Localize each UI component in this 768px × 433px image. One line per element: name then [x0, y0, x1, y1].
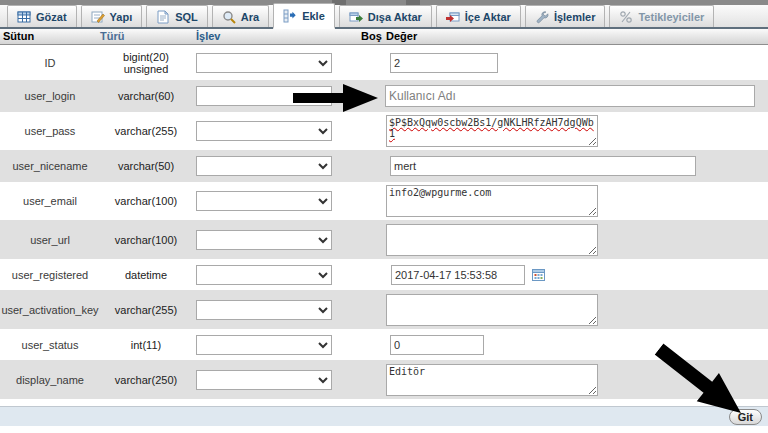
row-user-activation-key: user_activation_key varchar(255): [0, 290, 768, 329]
tab-label: Ekle: [302, 10, 325, 22]
browse-table-icon: [17, 10, 31, 24]
header-value: Değer: [386, 30, 417, 42]
calendar-icon[interactable]: [532, 268, 545, 281]
callout-arrow-user-login: [293, 83, 379, 113]
structure-icon: [91, 10, 105, 24]
column-type: varchar(100): [100, 234, 192, 246]
column-type: varchar(255): [100, 304, 192, 316]
function-select-user-nicename[interactable]: [196, 156, 332, 176]
row-user-url: user_url varchar(100): [0, 220, 768, 259]
tab-bar: Gözat Yapı SQL Ara Ekle Dışa Aktar İçe A…: [0, 5, 768, 29]
tab-search[interactable]: Ara: [212, 5, 269, 27]
row-id: ID bigint(20) unsigned: [0, 45, 768, 80]
tab-label: Ara: [241, 11, 259, 23]
value-input-user-registered[interactable]: [391, 265, 525, 285]
triggers-icon: [619, 10, 633, 24]
row-user-registered: user_registered datetime: [0, 259, 768, 290]
column-type: bigint(20) unsigned: [100, 51, 192, 75]
search-icon: [222, 10, 236, 24]
tab-import[interactable]: İçe Aktar: [436, 5, 521, 27]
row-user-pass: user_pass varchar(255): [0, 112, 768, 150]
tab-label: İçe Aktar: [465, 11, 511, 23]
column-name: user_activation_key: [0, 304, 100, 316]
phpmyadmin-insert-page: Gözat Yapı SQL Ara Ekle Dışa Aktar İçe A…: [0, 0, 768, 433]
column-type: varchar(255): [100, 125, 192, 137]
row-user-login: user_login varchar(60): [0, 80, 768, 112]
header-type[interactable]: Türü: [100, 30, 124, 42]
column-name: user_login: [0, 90, 100, 102]
column-type: datetime: [100, 269, 192, 281]
value-textarea-display-name[interactable]: [386, 364, 598, 396]
insert-table-header: Sütun Türü İşlev Boş Değer: [0, 29, 768, 45]
tab-triggers[interactable]: Tetikleyiciler: [609, 5, 714, 27]
function-select-user-status[interactable]: [196, 335, 332, 355]
column-name: display_name: [0, 374, 100, 386]
sql-page-icon: [156, 10, 170, 24]
function-select-user-url[interactable]: [196, 230, 332, 250]
column-type: int(11): [100, 339, 192, 351]
function-select-user-activation-key[interactable]: [196, 300, 332, 320]
import-icon: [446, 10, 460, 24]
tab-label: Tetikleyiciler: [638, 11, 704, 23]
value-input-id[interactable]: [390, 53, 498, 73]
tab-insert[interactable]: Ekle: [273, 3, 335, 29]
column-type: varchar(50): [100, 160, 192, 172]
function-select-user-pass[interactable]: [196, 121, 332, 141]
operations-wrench-icon: [535, 10, 549, 24]
row-user-nicename: user_nicename varchar(50): [0, 150, 768, 182]
column-name: user_pass: [0, 125, 100, 137]
value-input-user-status[interactable]: [390, 335, 484, 355]
header-null: Boş: [361, 30, 382, 42]
header-column: Sütun: [3, 30, 34, 42]
header-function[interactable]: İşlev: [196, 30, 220, 42]
column-name: user_registered: [0, 269, 100, 281]
column-name: user_status: [0, 339, 100, 351]
tab-label: Dışa Aktar: [368, 11, 422, 23]
function-select-display-name[interactable]: [196, 370, 332, 390]
column-name: ID: [0, 57, 100, 69]
column-type: varchar(250): [100, 374, 192, 386]
tab-label: Gözat: [36, 11, 67, 23]
function-select-user-email[interactable]: [196, 191, 332, 211]
tab-operations[interactable]: İşlemler: [525, 5, 606, 27]
value-input-user-nicename[interactable]: [390, 156, 696, 176]
tab-label: İşlemler: [554, 11, 596, 23]
tab-label: Yapı: [110, 11, 133, 23]
tab-browse[interactable]: Gözat: [7, 5, 77, 27]
row-user-email: user_email varchar(100): [0, 182, 768, 220]
tab-sql[interactable]: SQL: [146, 5, 208, 27]
value-input-user-login[interactable]: [385, 85, 755, 107]
value-textarea-user-activation-key[interactable]: [386, 294, 598, 326]
column-name: user_email: [0, 195, 100, 207]
value-textarea-user-pass[interactable]: [386, 115, 598, 147]
column-name: user_url: [0, 234, 100, 246]
column-type: varchar(60): [100, 90, 192, 102]
value-textarea-user-url[interactable]: [386, 224, 598, 256]
export-icon: [349, 10, 363, 24]
function-select-id[interactable]: [196, 53, 332, 73]
column-type: varchar(100): [100, 195, 192, 207]
tab-export[interactable]: Dışa Aktar: [339, 5, 432, 27]
column-name: user_nicename: [0, 160, 100, 172]
tab-label: SQL: [175, 11, 198, 23]
insert-row-icon: [283, 9, 297, 23]
form-footer-bar: Git: [0, 406, 768, 426]
value-textarea-user-email[interactable]: [386, 185, 598, 217]
tab-structure[interactable]: Yapı: [81, 5, 143, 27]
insert-form-rows: ID bigint(20) unsigned user_login varcha…: [0, 45, 768, 399]
function-select-user-registered[interactable]: [196, 265, 332, 285]
